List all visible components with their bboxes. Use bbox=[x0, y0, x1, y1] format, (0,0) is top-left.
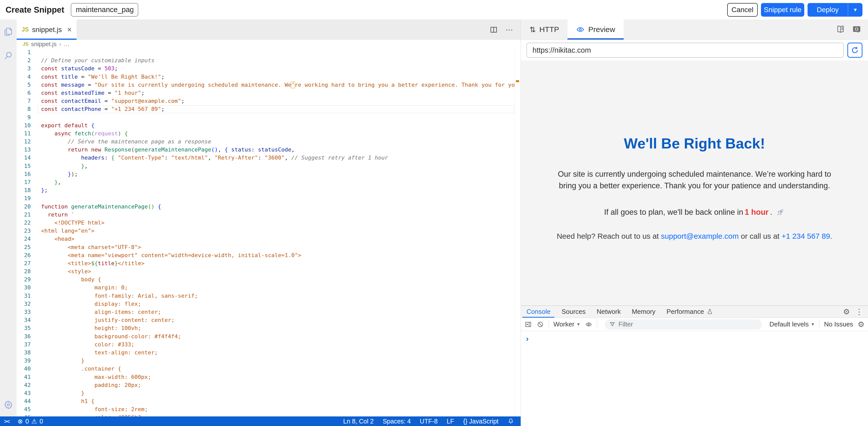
code-line[interactable]: 15 }, bbox=[17, 162, 521, 170]
refresh-button[interactable] bbox=[847, 42, 863, 58]
breadcrumb-file[interactable]: snippet.js bbox=[31, 40, 56, 48]
editor-scrollbar[interactable] bbox=[515, 48, 521, 426]
code-line[interactable]: 14 headers: { "Content-Type": "text/html… bbox=[17, 154, 521, 162]
support-email-link[interactable]: support@example.com bbox=[661, 232, 739, 240]
discord-icon[interactable] bbox=[852, 25, 862, 34]
code-line[interactable]: 6const estimatedTime = "1 hour"; bbox=[17, 89, 521, 97]
code-line[interactable]: 8const contactPhone = "+1 234 567 89"; bbox=[17, 105, 521, 113]
code-line[interactable]: 18}; bbox=[17, 186, 521, 194]
filter-input[interactable] bbox=[618, 320, 757, 328]
code-line[interactable]: 22 <!DOCTYPE html> bbox=[17, 219, 521, 227]
breadcrumb[interactable]: JS snippet.js › … bbox=[17, 40, 521, 48]
code-line[interactable]: 26 <meta name="viewport" content="width=… bbox=[17, 251, 521, 259]
code-line[interactable]: 39 } bbox=[17, 357, 521, 365]
remote-indicator-icon[interactable]: >< bbox=[4, 418, 10, 425]
code-line[interactable]: 3const statusCode = 503; bbox=[17, 64, 521, 73]
code-line[interactable]: 10export default { bbox=[17, 121, 521, 130]
search-icon[interactable] bbox=[3, 51, 13, 61]
settings-gear-icon[interactable] bbox=[3, 400, 13, 410]
code-line[interactable]: 7const contactEmail = "support@example.c… bbox=[17, 97, 521, 105]
devtools-settings-gear-icon[interactable]: ⚙ bbox=[843, 308, 850, 316]
status-bar: >< ⊗ 0 ⚠ 0 Ln 8, Col 2 Spaces: 4 UTF-8 L… bbox=[0, 417, 521, 426]
cursor-position[interactable]: Ln 8, Col 2 bbox=[343, 418, 374, 425]
code-line[interactable]: 13 return new Response(generateMaintenan… bbox=[17, 146, 521, 154]
overview-ruler-marker bbox=[516, 80, 519, 82]
code-line[interactable]: 43 } bbox=[17, 389, 521, 397]
docs-book-icon[interactable] bbox=[836, 25, 845, 34]
execution-context-select[interactable]: Worker ▼ bbox=[553, 320, 580, 328]
close-icon[interactable]: × bbox=[67, 26, 71, 33]
code-line[interactable]: 20function generateMaintenancePage() { bbox=[17, 203, 521, 211]
line-number: 41 bbox=[17, 373, 37, 381]
code-line[interactable]: 38 text-align: center; bbox=[17, 349, 521, 357]
code-line[interactable]: 37 color: #333; bbox=[17, 341, 521, 349]
tab-preview[interactable]: Preview bbox=[567, 20, 624, 39]
code-line[interactable]: 25 <meta charset="UTF-8"> bbox=[17, 243, 521, 251]
code-line[interactable]: 9 bbox=[17, 113, 521, 121]
log-levels-select[interactable]: Default levels ▼ bbox=[770, 320, 815, 328]
encoding-setting[interactable]: UTF-8 bbox=[420, 418, 438, 425]
deploy-button[interactable]: Deploy bbox=[808, 3, 848, 17]
code-editor[interactable]: 12// Define your customizable inputs3con… bbox=[17, 48, 521, 426]
eol-setting[interactable]: LF bbox=[446, 418, 454, 425]
code-line[interactable]: 17 }, bbox=[17, 178, 521, 186]
code-line[interactable]: 45 font-size: 2rem; bbox=[17, 405, 521, 414]
console-sidebar-icon[interactable] bbox=[524, 321, 532, 328]
split-editor-icon[interactable] bbox=[489, 25, 498, 34]
tab-sources[interactable]: Sources bbox=[556, 306, 591, 318]
code-line[interactable]: 31 font-family: Arial, sans-serif; bbox=[17, 292, 521, 300]
code-line[interactable]: 4const title = "We'll Be Right Back!"; bbox=[17, 73, 521, 81]
notifications-bell-icon[interactable] bbox=[507, 418, 514, 425]
language-mode[interactable]: {} JavaScript bbox=[463, 418, 498, 425]
code-line[interactable]: 40 .container { bbox=[17, 365, 521, 373]
clear-console-icon[interactable] bbox=[536, 321, 544, 328]
files-icon[interactable] bbox=[3, 26, 13, 36]
code-line[interactable]: 21 return ` bbox=[17, 211, 521, 219]
console-output[interactable]: › bbox=[521, 331, 868, 343]
code-line[interactable]: 33 align-items: center; bbox=[17, 308, 521, 316]
code-line[interactable]: 42 padding: 20px; bbox=[17, 381, 521, 389]
code-line[interactable]: 44 h1 { bbox=[17, 397, 521, 405]
code-line[interactable]: 19 bbox=[17, 194, 521, 202]
tab-http[interactable]: ⇅ HTTP bbox=[521, 20, 567, 39]
breadcrumb-symbol[interactable]: … bbox=[64, 40, 70, 48]
issues-counter[interactable]: No Issues bbox=[824, 320, 853, 328]
code-line[interactable]: 1 bbox=[17, 48, 521, 56]
code-line[interactable]: 23<html lang="en"> bbox=[17, 227, 521, 235]
code-line[interactable]: 2// Define your customizable inputs bbox=[17, 56, 521, 64]
code-line[interactable]: 36 background-color: #f4f4f4; bbox=[17, 333, 521, 341]
tab-snippet-js[interactable]: JS snippet.js × bbox=[17, 20, 76, 40]
cancel-button[interactable]: Cancel bbox=[727, 3, 758, 17]
url-input[interactable] bbox=[526, 42, 844, 58]
code-line[interactable]: 5const message = "Our site is currently … bbox=[17, 81, 521, 89]
code-line[interactable]: 12 // Serve the maintenance page as a re… bbox=[17, 138, 521, 146]
code-line[interactable]: 29 body { bbox=[17, 276, 521, 284]
live-expression-eye-icon[interactable] bbox=[585, 321, 592, 328]
tab-performance[interactable]: Performance bbox=[661, 306, 719, 318]
tab-memory[interactable]: Memory bbox=[626, 306, 661, 318]
code-line[interactable]: 28 <style> bbox=[17, 267, 521, 276]
problems-indicator[interactable]: ⊗ 0 ⚠ 0 bbox=[18, 418, 43, 425]
console-filter[interactable] bbox=[605, 319, 762, 330]
code-line[interactable]: 32 display: flex; bbox=[17, 300, 521, 308]
line-number: 17 bbox=[17, 178, 37, 186]
code-line[interactable]: 41 max-width: 600px; bbox=[17, 373, 521, 381]
code-line[interactable]: 16 }); bbox=[17, 170, 521, 178]
code-line[interactable]: 24 <head> bbox=[17, 235, 521, 243]
snippet-name-input[interactable] bbox=[71, 3, 138, 17]
code-line[interactable]: 34 justify-content: center; bbox=[17, 316, 521, 324]
more-actions-icon[interactable]: ⋯ bbox=[505, 25, 514, 34]
console-settings-gear-icon[interactable]: ⚙ bbox=[858, 321, 865, 328]
tab-console[interactable]: Console bbox=[521, 306, 556, 318]
deploy-caret-button[interactable]: ▾ bbox=[848, 3, 863, 17]
code-line[interactable]: 11 async fetch(request) { bbox=[17, 130, 521, 138]
code-line[interactable]: 35 height: 100vh; bbox=[17, 324, 521, 332]
code-line[interactable]: 30 margin: 0; bbox=[17, 284, 521, 292]
line-number: 5 bbox=[17, 81, 37, 89]
devtools-menu-kebab-icon[interactable]: ⋮ bbox=[856, 307, 863, 316]
tab-network[interactable]: Network bbox=[591, 306, 626, 318]
indentation-setting[interactable]: Spaces: 4 bbox=[383, 418, 410, 425]
snippet-rule-button[interactable]: Snippet rule bbox=[761, 3, 804, 17]
phone-link[interactable]: +1 234 567 89 bbox=[782, 232, 830, 240]
code-line[interactable]: 27 <title>${title}</title> bbox=[17, 259, 521, 267]
